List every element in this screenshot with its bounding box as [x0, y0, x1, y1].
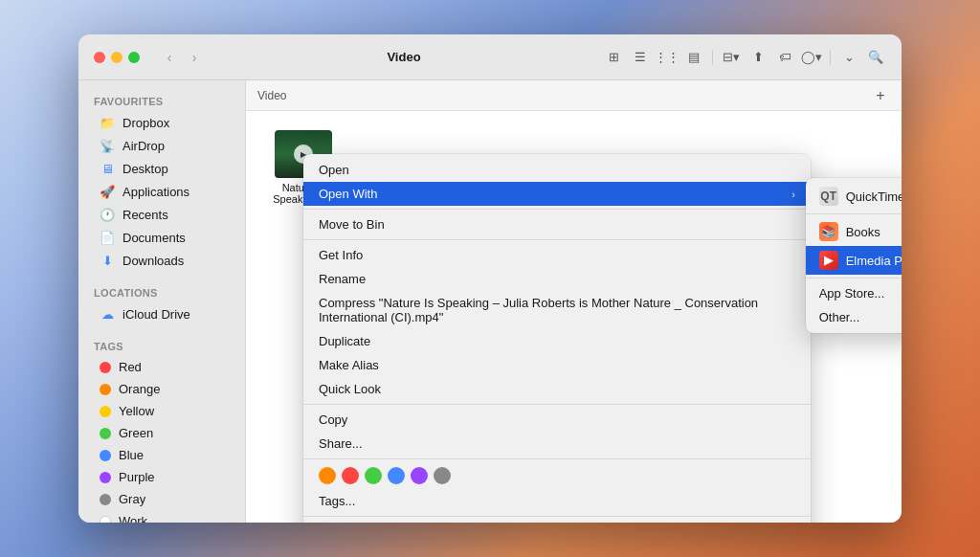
- sidebar-item-label: iCloud Drive: [122, 307, 190, 322]
- submenu-sep2: [806, 278, 902, 278]
- sidebar-item-label: Desktop: [122, 162, 168, 176]
- cm-duplicate[interactable]: Duplicate: [303, 329, 811, 353]
- sidebar-tag-yellow[interactable]: Yellow: [84, 400, 239, 422]
- sidebar-tag-green[interactable]: Green: [84, 422, 239, 444]
- sidebar-tag-orange[interactable]: Orange: [84, 378, 239, 400]
- sidebar-item-label: Applications: [122, 185, 189, 199]
- search-button[interactable]: 🔍: [865, 47, 886, 68]
- quicktime-icon: QT: [819, 187, 838, 206]
- tag-button[interactable]: 🏷: [774, 47, 795, 68]
- sidebar-tag-label: Yellow: [119, 404, 154, 418]
- tag-purple[interactable]: [411, 467, 428, 484]
- submenu-books[interactable]: 📚 Books: [806, 217, 902, 246]
- tag-red[interactable]: [342, 467, 359, 484]
- minimize-button[interactable]: [111, 52, 122, 63]
- open-with-submenu: QT QuickTime Player (default) 📚 Books ▶: [806, 178, 902, 333]
- other-label: Other...: [819, 310, 902, 324]
- sidebar-tag-label: Red: [119, 360, 142, 374]
- back-button[interactable]: ‹: [159, 47, 180, 68]
- cm-quick-actions[interactable]: Quick Actions ›: [303, 520, 811, 523]
- tag-gray[interactable]: [434, 467, 451, 484]
- cm-make-alias[interactable]: Make Alias: [303, 353, 811, 377]
- yellow-tag-dot: [100, 406, 111, 417]
- sidebar-item-applications[interactable]: 🚀 Applications: [84, 180, 239, 203]
- tag-blue[interactable]: [388, 467, 405, 484]
- cm-tags-label: Tags...: [319, 494, 795, 508]
- sidebar-tag-purple[interactable]: Purple: [84, 466, 239, 488]
- cm-share[interactable]: Share...: [303, 432, 811, 456]
- icloud-icon: ☁: [100, 306, 115, 322]
- content-area: Video + ▶ Nature Is Speakin...(CI Ope: [246, 80, 902, 523]
- grid-view-button[interactable]: ⊞: [603, 47, 624, 68]
- close-button[interactable]: [94, 52, 105, 63]
- titlebar: ‹ › Video ⊞ ☰ ⋮⋮ ▤ ⊟▾ ⬆ 🏷 ◯▾ ⌄ 🔍: [78, 34, 902, 80]
- sidebar-item-label: Recents: [122, 208, 168, 222]
- cm-open[interactable]: Open: [303, 158, 811, 182]
- cm-make-alias-label: Make Alias: [319, 358, 795, 372]
- cm-copy[interactable]: Copy: [303, 408, 811, 432]
- sidebar-item-documents[interactable]: 📄 Documents: [84, 226, 239, 249]
- share-button[interactable]: ⬆: [747, 47, 768, 68]
- cm-rename[interactable]: Rename: [303, 267, 811, 291]
- cm-compress[interactable]: Compress "Nature Is Speaking – Julia Rob…: [303, 291, 811, 329]
- toolbar-tools: ⊞ ☰ ⋮⋮ ▤ ⊟▾ ⬆ 🏷 ◯▾ ⌄ 🔍: [603, 47, 886, 68]
- gray-tag-dot: [100, 494, 111, 505]
- column-view-button[interactable]: ⋮⋮: [657, 47, 678, 68]
- cm-get-info-label: Get Info: [319, 248, 795, 262]
- elmedia-label: Elmedia Player: [846, 254, 902, 268]
- cm-open-with[interactable]: Open With › QT QuickTime Player (default…: [303, 182, 811, 206]
- sidebar-item-airdrop[interactable]: 📡 AirDrop: [84, 134, 239, 157]
- sidebar-item-recents[interactable]: 🕐 Recents: [84, 203, 239, 226]
- appstore-label: App Store...: [819, 286, 902, 301]
- work-tag-dot: [100, 516, 111, 524]
- tag-green[interactable]: [365, 467, 382, 484]
- path-label: Video: [257, 89, 286, 102]
- recents-icon: 🕐: [100, 207, 115, 222]
- chevron-button[interactable]: ⌄: [838, 47, 859, 68]
- cm-quick-look[interactable]: Quick Look: [303, 377, 811, 401]
- cm-sep1: [303, 209, 811, 210]
- submenu-elmedia[interactable]: ▶ Elmedia Player: [806, 246, 902, 275]
- sidebar-item-label: Downloads: [122, 254, 184, 268]
- sidebar-tag-gray[interactable]: Gray: [84, 488, 239, 510]
- forward-button[interactable]: ›: [184, 47, 205, 68]
- submenu-appstore[interactable]: App Store...: [806, 281, 902, 305]
- cm-open-label: Open: [319, 163, 795, 177]
- window-title: Video: [216, 50, 591, 64]
- quicktime-label: QuickTime Player: [846, 189, 902, 204]
- more-button[interactable]: ◯▾: [801, 47, 822, 68]
- sidebar-item-label: Documents: [122, 231, 186, 245]
- locations-header: Locations: [78, 279, 245, 302]
- list-view-button[interactable]: ☰: [630, 47, 651, 68]
- documents-icon: 📄: [100, 230, 115, 245]
- cm-get-info[interactable]: Get Info: [303, 243, 811, 267]
- sep: [78, 272, 245, 279]
- separator: [712, 50, 713, 65]
- sidebar-tag-red[interactable]: Red: [84, 356, 239, 378]
- sidebar-tag-blue[interactable]: Blue: [84, 444, 239, 466]
- cm-sep4: [303, 458, 811, 459]
- sidebar-item-icloud[interactable]: ☁ iCloud Drive: [84, 302, 239, 325]
- submenu-other[interactable]: Other...: [806, 305, 902, 329]
- arrange-button[interactable]: ⊟▾: [721, 47, 742, 68]
- sidebar-tag-label: Orange: [119, 382, 160, 396]
- tag-orange[interactable]: [319, 467, 336, 484]
- cm-tags[interactable]: Tags...: [303, 489, 811, 513]
- gallery-view-button[interactable]: ▤: [683, 47, 704, 68]
- submenu-quicktime[interactable]: QT QuickTime Player (default): [806, 182, 902, 211]
- sidebar-item-label: AirDrop: [122, 139, 165, 153]
- add-button[interactable]: +: [871, 86, 890, 105]
- sidebar-item-downloads[interactable]: ⬇ Downloads: [84, 249, 239, 272]
- fullscreen-button[interactable]: [128, 52, 140, 63]
- cm-move-to-bin[interactable]: Move to Bin: [303, 212, 811, 236]
- tags-header: Tags: [78, 333, 245, 356]
- sidebar-tag-work[interactable]: Work: [84, 510, 239, 523]
- sidebar-tag-label: Work: [119, 514, 147, 523]
- downloads-icon: ⬇: [100, 253, 115, 268]
- sidebar-item-desktop[interactable]: 🖥 Desktop: [84, 157, 239, 180]
- books-icon: 📚: [819, 222, 838, 241]
- content-header: Video +: [246, 80, 902, 111]
- cm-move-to-bin-label: Move to Bin: [319, 217, 795, 232]
- dropbox-icon: 📁: [100, 115, 115, 130]
- sidebar-item-dropbox[interactable]: 📁 Dropbox: [84, 111, 239, 134]
